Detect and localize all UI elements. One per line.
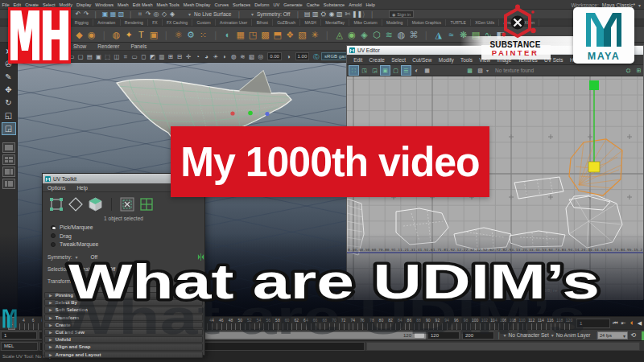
uv-grid-snap-icon[interactable]: ⛶ — [349, 66, 358, 75]
toolkit-section[interactable]: ▶ Arrange and Layout — [44, 352, 203, 358]
textured-icon[interactable]: ◕ — [203, 51, 211, 62]
shelf-svg-icon[interactable]: ▣ — [148, 28, 159, 41]
shelf-sep3-icon[interactable]: ❘ — [210, 28, 221, 41]
manipulator-handles[interactable] — [229, 109, 285, 118]
shelf-tab[interactable]: TURTLE — [446, 19, 471, 26]
menu-item[interactable]: Cache — [304, 2, 321, 7]
shelf-sep5-icon[interactable]: ❘ — [421, 28, 431, 41]
uv-image-icon[interactable]: ▦ — [423, 66, 431, 75]
menu-item[interactable]: File — [0, 2, 11, 7]
toolkit-menu-item[interactable]: Options — [47, 185, 65, 191]
menu-item[interactable]: Deform — [253, 2, 271, 7]
uv-menu-item[interactable]: Modify — [436, 57, 457, 63]
wireframe-icon[interactable]: ✛ — [184, 51, 192, 62]
playback-end-field[interactable]: 120 — [427, 331, 460, 339]
symmetry-dropdown[interactable]: Symmetry: Off — [254, 11, 292, 17]
gate-mask-icon[interactable]: ◩ — [149, 51, 157, 62]
select-component-icon[interactable]: ▧ — [118, 10, 126, 19]
uv-toolkit-window[interactable]: UV Toolkit ▁ OptionsHelp 1 object select… — [42, 173, 205, 356]
screenspace-ao-icon[interactable]: ◍ — [229, 51, 237, 62]
shelf-tab[interactable]: MASH — [300, 19, 321, 26]
uv-menu-item[interactable]: Tools — [457, 57, 476, 63]
shelf-bifrost-icon[interactable]: ◮ — [433, 28, 444, 41]
selection-constraint-value[interactable]: Off — [109, 266, 115, 272]
lights-icon[interactable]: ☀ — [212, 51, 220, 62]
safe-title-icon[interactable]: ⊟ — [175, 51, 184, 62]
shelf-cube-icon[interactable]: ⬒ — [272, 28, 283, 41]
safe-action-icon[interactable]: ⊞ — [167, 51, 175, 62]
loop-icon[interactable]: ⟲ — [630, 331, 636, 339]
exposure-field[interactable]: 0.00 — [267, 52, 282, 60]
uv-shell-icon[interactable]: ◳ — [360, 66, 369, 75]
shelf-tab[interactable]: FX Caching — [163, 19, 193, 26]
menu-item[interactable]: Arnold — [347, 2, 364, 7]
panel-menu-item[interactable]: Panels — [130, 43, 147, 49]
menu-item[interactable]: Surfaces — [231, 2, 253, 7]
menu-item[interactable]: Modify — [57, 2, 74, 7]
shelf-tab[interactable]: Custom — [192, 19, 216, 26]
move-tool-icon[interactable]: ✥ — [2, 84, 15, 96]
symmetry-icon[interactable] — [197, 253, 204, 261]
shelf-sphere-icon[interactable]: ◆ — [74, 28, 85, 41]
rotate-tool-icon[interactable]: ↻ — [2, 97, 15, 109]
menu-item[interactable]: Curves — [213, 2, 231, 7]
layout-split-pane-button[interactable] — [2, 179, 15, 189]
shelf-globe-icon[interactable]: ◐ — [223, 28, 233, 41]
step-back-key-button[interactable]: ⇤ — [620, 318, 627, 328]
shelf-mash2-icon[interactable]: ◉ — [347, 28, 357, 41]
shelf-mash1-icon[interactable]: ◬ — [334, 28, 345, 41]
shelf-tab[interactable]: Mike Custom — [349, 19, 382, 26]
shelf-star-icon[interactable]: ✦ — [124, 28, 134, 41]
select-hierarchy-icon[interactable]: ▣ — [101, 10, 109, 19]
shelf-mash4-icon[interactable]: ⬡ — [371, 28, 382, 41]
shaded-icon[interactable]: ◔ — [194, 51, 202, 62]
film-gate-icon[interactable]: ▭ — [130, 51, 138, 62]
uv-stripes-icon[interactable]: ☰ — [402, 66, 411, 75]
shelf-tab[interactable]: Animation — [93, 19, 121, 26]
toolkit-section[interactable]: ▶ Pinning — [44, 292, 203, 298]
current-frame-field[interactable]: 1 — [576, 319, 610, 328]
menu-item[interactable]: Help — [364, 2, 378, 7]
uv-checker-icon[interactable]: ▢ — [391, 66, 400, 75]
shelf-box-icon[interactable]: ▧ — [297, 28, 308, 41]
menu-item[interactable]: Select — [40, 2, 57, 7]
uv-dim-image-icon[interactable]: ◐ — [412, 66, 421, 75]
layout-two-pane-button[interactable] — [2, 167, 15, 177]
shelf-arnold-icon[interactable]: ◍ — [396, 28, 407, 41]
shelf-diamonds-icon[interactable]: ❖ — [285, 28, 295, 41]
toolkit-section[interactable]: ▶ Unfold — [44, 336, 203, 343]
transform-constraint-value[interactable]: Off — [109, 278, 116, 284]
gain-field[interactable]: 1.00 — [295, 52, 310, 60]
field-chart-icon[interactable]: ▥ — [158, 51, 166, 62]
menu-item[interactable]: Windows — [93, 2, 116, 7]
scale-tool-icon[interactable]: ◱ — [2, 110, 15, 121]
uv-face-mode-icon[interactable] — [88, 197, 103, 212]
shelf-sep-icon[interactable]: ❘ — [99, 28, 109, 41]
scale-uv-tool-active-icon[interactable]: ◲ — [2, 123, 15, 134]
menu-item[interactable]: Edit Mesh — [130, 2, 155, 7]
shelf-text-icon[interactable]: T — [136, 28, 147, 41]
pause-icon[interactable]: ❚❚ — [352, 10, 360, 19]
shelf-tab[interactable]: Bifrost — [252, 19, 273, 26]
ipr-render-icon[interactable]: ▥ — [312, 10, 320, 19]
radio-drag[interactable]: Drag — [51, 233, 98, 239]
multi-pane-icon[interactable]: ◫ — [113, 51, 121, 62]
uv-layout-icon[interactable]: ⊞ — [634, 66, 643, 75]
shelf-spheres-icon[interactable]: ◉ — [86, 28, 97, 41]
radio-pick-marquee[interactable]: Pick/Marquee — [51, 224, 98, 230]
snap-grid-icon[interactable]: ⌗ — [136, 10, 144, 19]
shelf-zero-icon[interactable]: ◳ — [247, 28, 258, 41]
menu-item[interactable]: Mesh Tools — [155, 2, 181, 7]
shelf-tab[interactable]: Modeling — [382, 19, 408, 26]
character-set-dropdown[interactable]: No Character Set — [506, 332, 551, 338]
toolkit-section[interactable]: ▶ Create — [44, 322, 203, 328]
sign-in-button[interactable]: ◉ Sign in — [389, 10, 414, 18]
shelf-tab[interactable]: MentalRay — [321, 19, 349, 26]
shadows-icon[interactable]: ◗ — [221, 51, 229, 62]
cam-attrs-icon[interactable]: ▢ — [76, 51, 85, 62]
shelf-xgen-icon[interactable]: ≋ — [384, 28, 394, 41]
uv-snapshot-icon[interactable]: ⛭ — [624, 66, 633, 75]
uv-menu-item[interactable]: Cut/Sew — [409, 57, 436, 63]
shelf-liquid-icon[interactable]: ≈ — [446, 28, 456, 41]
layout-single-pane-button[interactable] — [2, 142, 15, 153]
